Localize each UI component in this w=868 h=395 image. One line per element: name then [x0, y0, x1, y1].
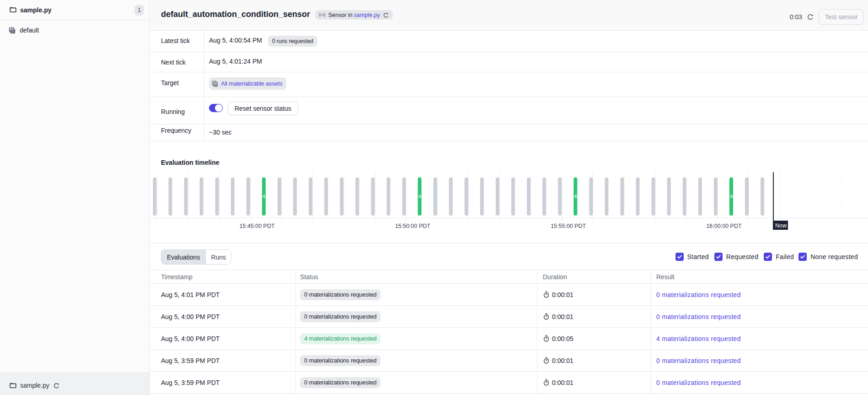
svg-text:15:45:00 PDT: 15:45:00 PDT [239, 223, 274, 229]
svg-text:4: 4 [574, 194, 577, 199]
svg-text:15:50:00 PDT: 15:50:00 PDT [395, 223, 430, 229]
svg-text:Now: Now [775, 222, 787, 229]
svg-text:4: 4 [730, 194, 733, 199]
svg-text:4: 4 [418, 194, 421, 199]
svg-text:16:00:00 PDT: 16:00:00 PDT [706, 223, 741, 229]
svg-text:4: 4 [263, 194, 265, 199]
svg-text:15:55:00 PDT: 15:55:00 PDT [551, 223, 586, 229]
